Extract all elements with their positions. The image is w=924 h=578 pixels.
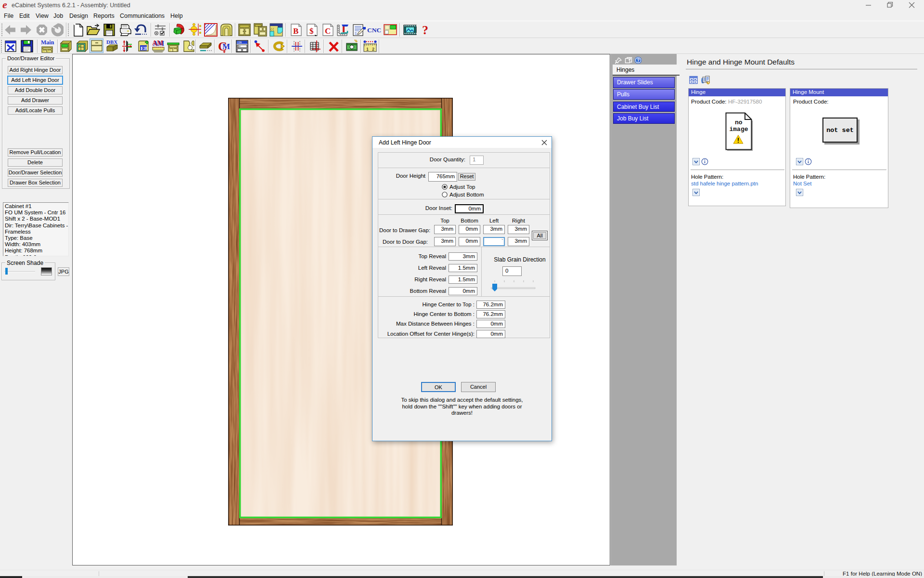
svg-text:EB: EB xyxy=(141,45,148,51)
svg-text:AM: AM xyxy=(152,39,163,47)
svg-text:CON: CON xyxy=(237,41,242,44)
svg-text:1: 1 xyxy=(366,47,369,52)
svg-text:$: $ xyxy=(309,26,314,36)
svg-text:?: ? xyxy=(422,23,428,37)
svg-text:C: C xyxy=(325,26,331,36)
svg-text:Main: Main xyxy=(41,39,54,46)
svg-text:M: M xyxy=(222,42,230,51)
svg-text:CNC: CNC xyxy=(367,26,381,34)
svg-text:no: no xyxy=(735,119,743,126)
svg-text:DBX: DBX xyxy=(106,39,117,45)
svg-text:image: image xyxy=(730,126,748,133)
svg-text:0<: 0< xyxy=(238,45,241,48)
svg-text:2: 2 xyxy=(372,47,374,52)
svg-text:?: ? xyxy=(637,58,640,63)
svg-text:B: B xyxy=(293,26,298,36)
